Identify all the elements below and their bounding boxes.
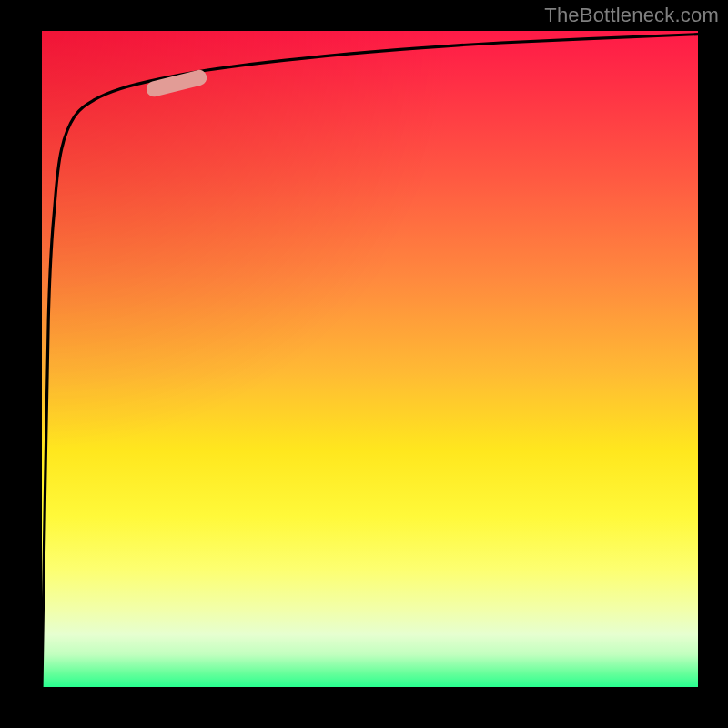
plot-area (42, 31, 698, 687)
watermark-text: TheBottleneck.com (544, 4, 719, 27)
curve-layer (42, 31, 698, 687)
chart-stage: TheBottleneck.com (0, 0, 728, 728)
bottleneck-curve (42, 35, 698, 687)
